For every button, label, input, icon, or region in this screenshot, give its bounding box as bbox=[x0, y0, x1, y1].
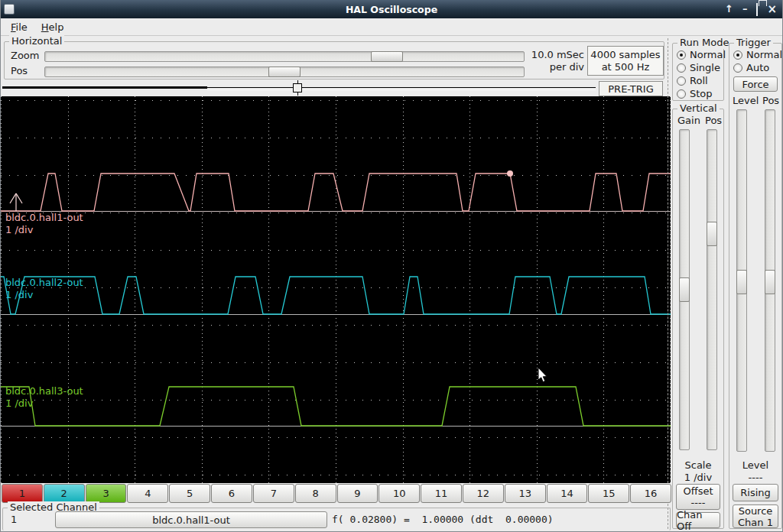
scale-value: 1 /div bbox=[673, 472, 723, 483]
horizontal-frame-label: Horizontal bbox=[9, 35, 64, 47]
channel-button-4[interactable]: 4 bbox=[127, 484, 168, 503]
title-bar: HAL Oscilloscope ↑ – × bbox=[0, 0, 783, 18]
horizontal-zoom-slider-thumb[interactable] bbox=[371, 51, 403, 62]
run-mode-radio-single[interactable]: Single bbox=[673, 61, 723, 74]
shade-icon[interactable]: ↑ bbox=[725, 0, 733, 18]
pos-label: Pos bbox=[11, 65, 28, 76]
channel-button-11[interactable]: 11 bbox=[421, 484, 462, 503]
minimize-icon[interactable]: – bbox=[742, 0, 748, 18]
channel-position-arrow-icon bbox=[16, 193, 22, 203]
level-caption: Level bbox=[729, 459, 781, 471]
offset-button[interactable]: Offset ---- bbox=[676, 484, 720, 510]
selected-channel-name-button[interactable]: bldc.0.hall1-out bbox=[55, 511, 327, 528]
horizontal-pos-slider[interactable] bbox=[44, 66, 525, 77]
trigger-radio-auto[interactable]: Auto bbox=[729, 61, 781, 74]
vertical-frame-label: Vertical bbox=[677, 102, 720, 115]
horizontal-pos-slider-thumb[interactable] bbox=[268, 66, 301, 77]
trigger-level-slider-thumb[interactable] bbox=[736, 270, 747, 294]
run-mode-frame: Run Mode NormalSingleRollStop bbox=[672, 43, 724, 101]
radio-icon[interactable] bbox=[733, 63, 742, 73]
menu-item-file[interactable]: File bbox=[4, 20, 34, 34]
close-icon[interactable]: × bbox=[767, 0, 777, 18]
menu-item-help[interactable]: Help bbox=[34, 20, 71, 34]
channel-button-6[interactable]: 6 bbox=[211, 484, 252, 503]
channel-button-16[interactable]: 16 bbox=[630, 484, 671, 503]
channel-button-row: 12345678910111213141516 bbox=[2, 484, 671, 503]
radio-icon[interactable] bbox=[677, 50, 686, 60]
trace-scale-label-1: 1 /div bbox=[5, 224, 34, 235]
channel-button-13[interactable]: 13 bbox=[505, 484, 546, 503]
restore-icon[interactable] bbox=[756, 4, 758, 15]
pretrig-bar-filled[interactable] bbox=[2, 86, 207, 89]
radio-icon[interactable] bbox=[677, 76, 686, 86]
horizontal-zoom-slider[interactable] bbox=[44, 51, 525, 62]
channel-button-1[interactable]: 1 bbox=[2, 484, 43, 503]
vertical-pos-slider-thumb[interactable] bbox=[707, 222, 717, 246]
scope-svg: bldc.0.hall1-out1 /divbldc.0.hall2-out1 … bbox=[1, 96, 671, 483]
trace-scale-label-2: 1 /div bbox=[5, 289, 34, 300]
channel-button-12[interactable]: 12 bbox=[463, 484, 504, 503]
rising-button[interactable]: Rising bbox=[733, 484, 778, 501]
trigger-frame-label: Trigger bbox=[734, 37, 773, 49]
trigger-radio-normal[interactable]: Normal bbox=[729, 48, 781, 61]
record-length-button[interactable]: 4000 samples at 500 Hz bbox=[587, 46, 664, 76]
radio-icon[interactable] bbox=[677, 89, 686, 99]
vertical-pos-slider[interactable] bbox=[707, 129, 717, 450]
trace-name-label-1: bldc.0.hall1-out bbox=[5, 212, 83, 223]
channel-button-15[interactable]: 15 bbox=[588, 484, 629, 503]
run-mode-radio-normal[interactable]: Normal bbox=[673, 48, 723, 61]
run-mode-radio-label: Roll bbox=[690, 75, 708, 86]
channel-button-14[interactable]: 14 bbox=[547, 484, 588, 503]
chan-off-button[interactable]: Chan Off bbox=[676, 512, 720, 528]
trigger-radio-label: Auto bbox=[746, 62, 769, 73]
level-value: ---- bbox=[729, 472, 781, 483]
channel-button-3[interactable]: 3 bbox=[86, 484, 127, 503]
zoom-label: Zoom bbox=[11, 50, 39, 61]
vertical-pos-label: Pos bbox=[705, 115, 722, 126]
channel-button-2[interactable]: 2 bbox=[44, 484, 85, 503]
channel-button-10[interactable]: 10 bbox=[379, 484, 420, 503]
trigger-radio-label: Normal bbox=[746, 49, 782, 60]
pretrig-marker-handle[interactable] bbox=[293, 83, 302, 92]
run-mode-frame-label: Run Mode bbox=[677, 37, 731, 49]
pane-separator[interactable] bbox=[668, 38, 668, 529]
vertical-gain-slider[interactable] bbox=[679, 129, 690, 450]
channel-button-9[interactable]: 9 bbox=[337, 484, 379, 503]
menu-bar: FileHelp bbox=[1, 18, 782, 36]
run-mode-radio-label: Normal bbox=[690, 49, 726, 60]
trace-name-label-2: bldc.0.hall2-out bbox=[5, 277, 83, 288]
channel-readout: f( 0.02800) = 1.00000 (ddt 0.00000) bbox=[332, 514, 554, 525]
run-mode-radio-label: Single bbox=[690, 62, 720, 73]
run-mode-radio-roll[interactable]: Roll bbox=[673, 74, 723, 87]
trigger-level-slider[interactable] bbox=[736, 109, 747, 452]
radio-icon[interactable] bbox=[733, 50, 742, 60]
trigger-point-dot bbox=[507, 170, 513, 177]
pretrig-bar-line[interactable] bbox=[207, 87, 596, 88]
time-per-div: 10.0 mSec per div bbox=[491, 49, 584, 73]
trigger-pos-slider[interactable] bbox=[765, 109, 775, 452]
run-mode-radio-label: Stop bbox=[690, 88, 713, 99]
channel-button-7[interactable]: 7 bbox=[253, 484, 294, 503]
scale-caption: Scale bbox=[673, 459, 723, 471]
pretrig-bar-shadow bbox=[207, 89, 596, 90]
app-window: HAL Oscilloscope ↑ – × FileHelp Horizont… bbox=[0, 0, 783, 532]
radio-icon[interactable] bbox=[677, 63, 686, 73]
run-mode-radio-stop[interactable]: Stop bbox=[673, 87, 723, 100]
trigger-source-button[interactable]: Source Chan 1 bbox=[733, 504, 778, 528]
vertical-frame: Vertical Gain Pos Scale 1 /div Offset --… bbox=[672, 109, 724, 529]
selected-channel-frame: Selected Channel 1 bldc.0.hall1-out f( 0… bbox=[2, 508, 671, 530]
trigger-pos-label: Pos bbox=[762, 95, 779, 106]
selected-channel-number: 1 bbox=[11, 514, 17, 525]
trigger-frame: Trigger NormalAuto Force Level Pos Level… bbox=[729, 43, 782, 529]
trace-scale-label-3: 1 /div bbox=[5, 397, 34, 409]
force-button[interactable]: Force bbox=[733, 76, 778, 92]
scope-display[interactable]: bldc.0.hall1-out1 /divbldc.0.hall2-out1 … bbox=[1, 96, 671, 483]
vertical-gain-slider-thumb[interactable] bbox=[679, 277, 690, 302]
horizontal-frame: Horizontal Zoom Pos 10.0 mSec per div 40… bbox=[4, 41, 664, 79]
channel-button-5[interactable]: 5 bbox=[169, 484, 210, 503]
trigger-pos-slider-thumb[interactable] bbox=[765, 270, 775, 294]
trigger-level-label: Level bbox=[733, 95, 759, 106]
pretrig-label-box: PRE-TRIG bbox=[599, 81, 663, 96]
channel-button-8[interactable]: 8 bbox=[295, 484, 336, 503]
vertical-gain-label: Gain bbox=[677, 115, 700, 126]
